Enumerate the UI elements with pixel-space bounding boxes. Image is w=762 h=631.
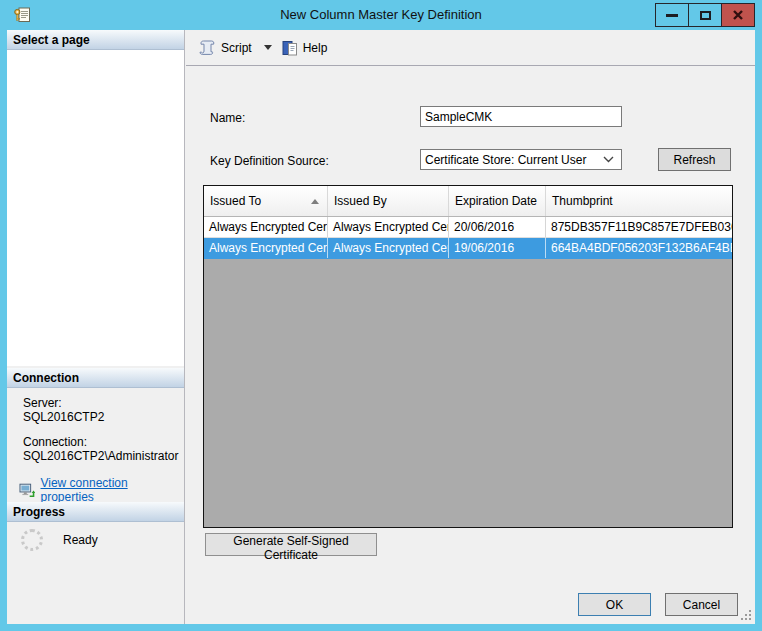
- cell-thumbprint: 875DB357F11B9C857E7DFEB036...: [546, 217, 732, 237]
- connection-header: Connection: [7, 368, 184, 388]
- maximize-icon: [700, 11, 711, 20]
- help-label: Help: [303, 41, 328, 55]
- script-label: Script: [221, 41, 252, 55]
- connection-label: Connection:: [23, 435, 180, 449]
- column-header-label: Thumbprint: [552, 194, 613, 208]
- view-connection-properties-link[interactable]: View connection properties: [40, 476, 180, 504]
- connection-properties-icon: [19, 483, 35, 498]
- connection-panel: Connection Server: SQL2016CTP2 Connectio…: [7, 368, 184, 501]
- window-title: New Column Master Key Definition: [0, 0, 762, 30]
- help-button[interactable]: Help: [277, 37, 333, 59]
- server-label: Server:: [23, 396, 180, 410]
- column-header-thumbprint[interactable]: Thumbprint: [546, 186, 732, 216]
- dialog-window: New Column Master Key Definition Select …: [0, 0, 762, 631]
- certificate-row-selected[interactable]: Always Encrypted Cer... Always Encrypted…: [204, 238, 732, 259]
- server-value: SQL2016CTP2: [23, 410, 180, 424]
- cell-expiration-date: 20/06/2016: [449, 217, 546, 237]
- name-input[interactable]: [420, 106, 622, 127]
- sort-ascending-icon: [311, 199, 319, 204]
- minimize-button[interactable]: [655, 3, 689, 27]
- select-a-page-header: Select a page: [7, 30, 184, 50]
- generate-self-signed-certificate-button[interactable]: Generate Self-Signed Certificate: [205, 533, 377, 556]
- script-button[interactable]: Script: [194, 37, 277, 58]
- cell-issued-by: Always Encrypted Cer...: [328, 217, 449, 237]
- close-button[interactable]: [721, 3, 755, 27]
- combo-chevron-icon: [601, 156, 621, 163]
- maximize-button[interactable]: [688, 3, 722, 27]
- column-header-label: Issued By: [334, 194, 387, 208]
- certificate-row[interactable]: Always Encrypted Cer... Always Encrypted…: [204, 217, 732, 238]
- certificate-grid: Issued To Issued By Expiration Date Thum…: [203, 185, 733, 528]
- page-list[interactable]: [7, 50, 184, 366]
- column-header-issued-to[interactable]: Issued To: [204, 186, 328, 216]
- grid-header-row: Issued To Issued By Expiration Date Thum…: [204, 186, 732, 217]
- progress-panel: Progress Ready: [7, 502, 184, 624]
- name-label: Name:: [210, 111, 245, 125]
- selected-source-value: Certificate Store: Current User: [421, 153, 601, 167]
- cell-issued-by: Always Encrypted Cer...: [328, 238, 449, 258]
- minimize-icon: [666, 14, 678, 17]
- column-header-issued-by[interactable]: Issued By: [328, 186, 449, 216]
- column-header-label: Issued To: [210, 194, 261, 208]
- key-definition-source-label: Key Definition Source:: [210, 154, 329, 168]
- column-header-expiration-date[interactable]: Expiration Date: [449, 186, 546, 216]
- resize-grip[interactable]: [740, 609, 752, 621]
- cancel-button[interactable]: Cancel: [665, 593, 738, 616]
- progress-status: Ready: [63, 533, 98, 547]
- key-definition-source-select[interactable]: Certificate Store: Current User: [420, 149, 622, 170]
- select-a-page-panel: Select a page: [7, 30, 184, 366]
- grid-empty-area: [204, 259, 732, 527]
- help-icon: [282, 40, 298, 56]
- cell-thumbprint: 664BA4BDF056203F132B6AF4BE...: [546, 238, 732, 258]
- refresh-button[interactable]: Refresh: [658, 148, 731, 171]
- ok-button[interactable]: OK: [578, 593, 651, 616]
- cell-expiration-date: 19/06/2016: [449, 238, 546, 258]
- column-header-label: Expiration Date: [455, 194, 537, 208]
- connection-value: SQL2016CTP2\Administrator: [23, 449, 180, 463]
- cell-issued-to: Always Encrypted Cer...: [204, 217, 328, 237]
- toolbar: Script Help: [186, 30, 755, 66]
- sidebar: Select a page Connection Server: SQL2016…: [7, 30, 185, 624]
- cell-issued-to: Always Encrypted Cer...: [204, 238, 328, 258]
- titlebar[interactable]: New Column Master Key Definition: [0, 0, 762, 30]
- dialog-body: Select a page Connection Server: SQL2016…: [7, 30, 755, 624]
- script-scroll-icon: [199, 40, 216, 55]
- main-pane: Script Help Name: Key Definition Source:…: [186, 30, 755, 624]
- progress-header: Progress: [7, 502, 184, 522]
- progress-spinner-icon: [21, 529, 43, 551]
- close-icon: [732, 9, 744, 21]
- chevron-down-icon: [264, 45, 272, 50]
